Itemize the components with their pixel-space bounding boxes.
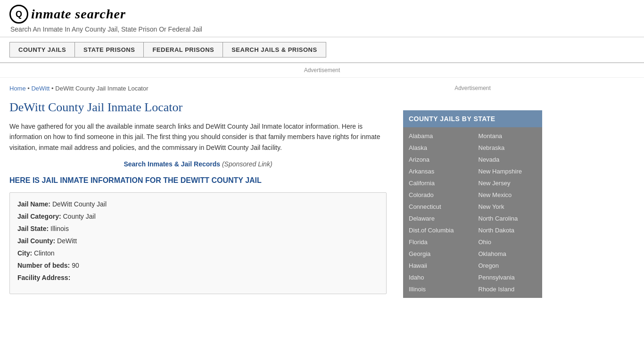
state-link[interactable]: Dist.of Columbia (403, 224, 473, 236)
state-link[interactable]: North Dakota (473, 224, 543, 236)
jail-name-label: Jail Name: (17, 200, 50, 208)
state-link[interactable]: Connecticut (403, 201, 473, 213)
state-link[interactable]: Nevada (473, 154, 543, 165)
state-link[interactable]: New Mexico (473, 189, 543, 201)
breadcrumb-dewitt[interactable]: DeWitt (31, 85, 50, 92)
state-link[interactable]: Illinois (403, 283, 473, 295)
info-box: Jail Name: DeWitt County Jail Jail Categ… (9, 192, 387, 294)
sidebar-ad-label: Advertisement (454, 85, 491, 91)
search-jails-nav-btn[interactable]: SEARCH JAILS & PRISONS (223, 42, 326, 58)
jail-state-row: Jail State: Illinois (17, 225, 379, 232)
state-link[interactable]: Arizona (403, 154, 473, 165)
state-link[interactable]: Oregon (473, 260, 543, 272)
state-link[interactable]: Idaho (403, 272, 473, 283)
jail-county-row: Jail County: DeWitt (17, 237, 379, 245)
state-link[interactable]: Pennsylvania (473, 272, 543, 283)
state-link[interactable]: California (403, 177, 473, 189)
state-link[interactable]: Alaska (403, 142, 473, 154)
logo-text-suffix: searcher (75, 7, 126, 21)
sponsored-link-section: Search Inmates & Jail Records (Sponsored… (9, 160, 387, 168)
jail-state-label: Jail State: (17, 225, 49, 232)
breadcrumb: Home • DeWitt • DeWitt County Jail Inmat… (9, 85, 387, 92)
state-link[interactable]: Arkansas (403, 165, 473, 177)
state-link[interactable]: New York (473, 201, 543, 213)
state-link[interactable]: New Jersey (473, 177, 543, 189)
state-prisons-nav-btn[interactable]: STATE PRISONS (75, 42, 144, 58)
header: Q inmate searcher Search An Inmate In An… (0, 0, 644, 37)
county-jails-title: COUNTY JAILS BY STATE (403, 110, 542, 127)
ad-bar-label: Advertisement (304, 67, 340, 74)
state-link[interactable]: Hawaii (403, 260, 473, 272)
page-title: DeWitt County Jail Inmate Locator (9, 100, 387, 115)
sponsored-link[interactable]: Search Inmates & Jail Records (124, 160, 220, 168)
jail-county-label: Jail County: (17, 237, 55, 245)
logo-text-prefix: inmate (31, 7, 75, 21)
nav-bar: COUNTY JAILS STATE PRISONS FEDERAL PRISO… (0, 37, 644, 63)
states-grid: AlabamaAlaskaArizonaArkansasCaliforniaCo… (403, 127, 542, 298)
state-link[interactable]: Ohio (473, 236, 543, 248)
main-layout: Home • DeWitt • DeWitt County Jail Inmat… (0, 78, 644, 301)
state-link[interactable]: Nebraska (473, 142, 543, 154)
beds-row: Number of beds: 90 (17, 262, 379, 269)
state-link[interactable]: Rhode Island (473, 283, 543, 295)
description: We have gathered for you all the availab… (9, 121, 387, 153)
logo-text: inmate searcher (31, 7, 126, 22)
jail-county-value: DeWitt (57, 237, 77, 245)
states-col2: MontanaNebraskaNevadaNew HampshireNew Je… (473, 130, 543, 295)
state-link[interactable]: North Carolina (473, 213, 543, 224)
content-area: Home • DeWitt • DeWitt County Jail Inmat… (9, 78, 396, 301)
federal-prisons-nav-btn[interactable]: FEDERAL PRISONS (144, 42, 223, 58)
tagline: Search An Inmate In Any County Jail, Sta… (10, 25, 635, 33)
address-label: Facility Address: (17, 274, 70, 281)
state-link[interactable]: Montana (473, 130, 543, 142)
logo-area: Q inmate searcher (9, 5, 635, 24)
state-link[interactable]: Delaware (403, 213, 473, 224)
state-link[interactable]: Georgia (403, 248, 473, 260)
beds-value: 90 (72, 262, 79, 269)
city-value: Clinton (34, 249, 55, 257)
jail-name-row: Jail Name: DeWitt County Jail (17, 200, 379, 208)
sponsored-note: (Sponsored Link) (222, 160, 272, 168)
breadcrumb-current: DeWitt County Jail Inmate Locator (55, 85, 148, 92)
jail-category-row: Jail Category: County Jail (17, 213, 379, 220)
beds-label: Number of beds: (17, 262, 70, 269)
jail-state-value: Illinois (50, 225, 69, 232)
jail-category-value: County Jail (63, 213, 95, 220)
sidebar: Advertisement COUNTY JAILS BY STATE Alab… (396, 78, 542, 301)
city-row: City: Clinton (17, 249, 379, 257)
county-jails-box: COUNTY JAILS BY STATE AlabamaAlaskaArizo… (403, 110, 542, 298)
logo-icon: Q (9, 5, 28, 24)
state-link[interactable]: Oklahoma (473, 248, 543, 260)
state-link[interactable]: New Hampshire (473, 165, 543, 177)
sub-heading: HERE IS JAIL INMATE INFORMATION FOR THE … (9, 176, 387, 185)
state-link[interactable]: Colorado (403, 189, 473, 201)
address-row: Facility Address: (17, 274, 379, 281)
state-link[interactable]: Alabama (403, 130, 473, 142)
states-col1: AlabamaAlaskaArizonaArkansasCaliforniaCo… (403, 130, 473, 295)
state-link[interactable]: Florida (403, 236, 473, 248)
nav-buttons: COUNTY JAILS STATE PRISONS FEDERAL PRISO… (9, 42, 635, 58)
jail-category-label: Jail Category: (17, 213, 61, 220)
city-label: City: (17, 249, 32, 257)
breadcrumb-home[interactable]: Home (9, 85, 26, 92)
ad-bar: Advertisement (0, 63, 644, 78)
jail-name-value: DeWitt County Jail (52, 200, 107, 208)
sidebar-ad: Advertisement (403, 85, 542, 104)
county-jails-nav-btn[interactable]: COUNTY JAILS (9, 42, 75, 58)
